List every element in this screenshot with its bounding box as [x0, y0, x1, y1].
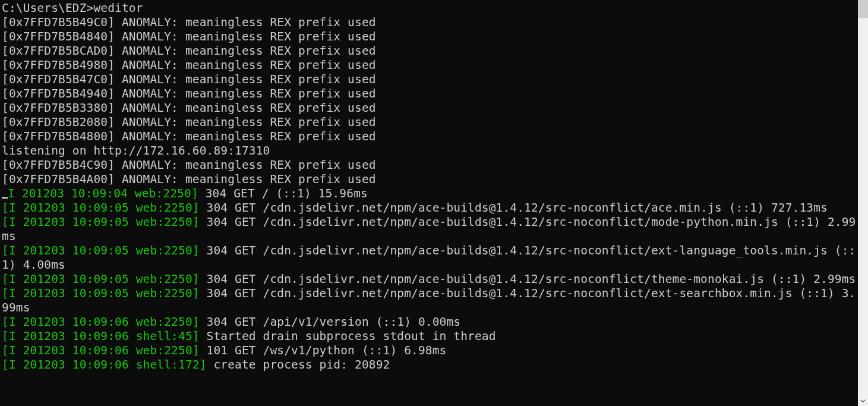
- log-line: [I 201203 10:09:05 web:2250] 304 GET /cd…: [2, 287, 856, 315]
- anomaly-line: [0x7FFD7B5B4940] ANOMALY: meaningless RE…: [2, 87, 856, 101]
- log-line: [I 201203 10:09:05 web:2250] 304 GET /cd…: [2, 215, 856, 244]
- log-line: [I 201203 10:09:06 shell:172] create pro…: [2, 358, 856, 372]
- prompt-line: C:\Users\EDZ>weditor: [2, 1, 856, 15]
- log-prefix: [I 201203 10:09:05 web:2250]: [2, 272, 200, 286]
- scrollbar-arrow-down-icon[interactable]: [858, 396, 868, 406]
- log-prefix: [I 201203 10:09:06 shell:45]: [2, 329, 200, 343]
- log-prefix: [I 201203 10:09:05 web:2250]: [2, 287, 200, 300]
- log-message: Started drain subprocess stdout in threa…: [200, 329, 496, 343]
- log-prefix: [I 201203 10:09:06 web:2250]: [2, 344, 200, 357]
- vertical-scrollbar[interactable]: [858, 0, 868, 406]
- log-line: [I 201203 10:09:06 web:2250] 101 GET /ws…: [2, 344, 856, 358]
- command-text: weditor: [93, 1, 143, 15]
- log-message: 304 GET /cdn.jsdelivr.net/npm/ace-builds…: [200, 272, 856, 286]
- terminal-output[interactable]: C:\Users\EDZ>weditor [0x7FFD7B5B49C0] AN…: [0, 0, 858, 406]
- prompt-path: C:\Users\EDZ>: [2, 1, 93, 15]
- log-message: create process pid: 20892: [207, 358, 390, 372]
- log-line: I 201203 10:09:04 web:2250] 304 GET / (:…: [2, 187, 856, 201]
- cursor-icon: [2, 197, 8, 199]
- scrollbar-thumb[interactable]: [858, 0, 868, 18]
- log-message: 304 GET / (::1) 15.96ms: [198, 187, 368, 200]
- log-prefix: [I 201203 10:09:06 shell:172]: [2, 358, 207, 372]
- log-prefix: [I 201203 10:09:05 web:2250]: [2, 201, 200, 215]
- anomaly-line: [0x7FFD7B5B49C0] ANOMALY: meaningless RE…: [2, 15, 856, 30]
- anomaly-line: [0x7FFD7B5B2080] ANOMALY: meaningless RE…: [2, 115, 856, 130]
- log-line: [I 201203 10:09:05 web:2250] 304 GET /cd…: [2, 201, 856, 215]
- log-line: [I 201203 10:09:05 web:2250] 304 GET /cd…: [2, 244, 856, 272]
- anomaly-line: [0x7FFD7B5B4800] ANOMALY: meaningless RE…: [2, 130, 856, 144]
- log-line: [I 201203 10:09:05 web:2250] 304 GET /cd…: [2, 272, 856, 287]
- log-line: [I 201203 10:09:06 shell:45] Started dra…: [2, 329, 856, 344]
- log-message: 304 GET /cdn.jsdelivr.net/npm/ace-builds…: [200, 201, 828, 215]
- log-prefix: [I 201203 10:09:06 web:2250]: [2, 315, 200, 329]
- anomaly-line: [0x7FFD7B5BCAD0] ANOMALY: meaningless RE…: [2, 44, 856, 58]
- log-line: [I 201203 10:09:06 web:2250] 304 GET /ap…: [2, 315, 856, 329]
- anomaly-line: [0x7FFD7B5B47C0] ANOMALY: meaningless RE…: [2, 73, 856, 87]
- anomaly-line: [0x7FFD7B5B4A00] ANOMALY: meaningless RE…: [2, 172, 856, 187]
- anomaly-line: [0x7FFD7B5B3380] ANOMALY: meaningless RE…: [2, 101, 856, 115]
- log-message: 101 GET /ws/v1/python (::1) 6.98ms: [200, 344, 447, 357]
- log-prefix: [I 201203 10:09:05 web:2250]: [2, 244, 200, 257]
- log-message: 304 GET /api/v1/version (::1) 0.00ms: [200, 315, 461, 329]
- anomaly-line: [0x7FFD7B5B4840] ANOMALY: meaningless RE…: [2, 30, 856, 44]
- anomaly-line: [0x7FFD7B5B4980] ANOMALY: meaningless RE…: [2, 58, 856, 73]
- listening-line: listening on http://172.16.60.89:17310: [2, 144, 856, 158]
- anomaly-line: [0x7FFD7B5B4C90] ANOMALY: meaningless RE…: [2, 158, 856, 172]
- log-prefix: I 201203 10:09:04 web:2250]: [8, 187, 198, 200]
- log-prefix: [I 201203 10:09:05 web:2250]: [2, 215, 200, 229]
